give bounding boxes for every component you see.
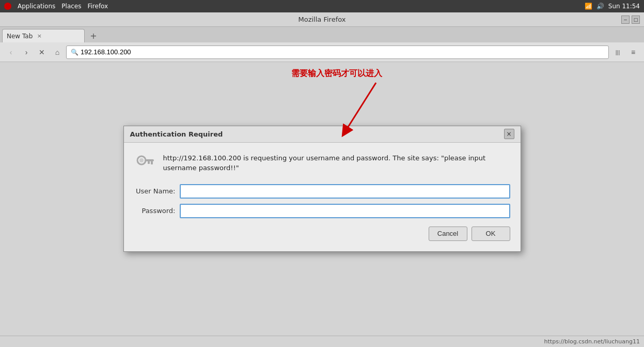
firefox-window: Mozilla Firefox − □ New Tab × + ‹ › ✕ ⌂ … — [0, 12, 644, 347]
system-bar-left: Applications Places Firefox — [4, 3, 108, 10]
redhat-logo — [4, 3, 11, 10]
minimize-button[interactable]: − — [621, 16, 630, 24]
audio-icon: 🔊 — [596, 3, 604, 10]
dialog-form: User Name: Password: — [134, 184, 510, 218]
dialog-message: http://192.168.100.200 is requesting you… — [163, 153, 486, 173]
status-url: https://blog.csdn.net/liuchuang11 — [544, 338, 640, 345]
back-button[interactable]: ‹ — [4, 46, 18, 59]
firefox-menu[interactable]: Firefox — [87, 3, 108, 10]
new-tab[interactable]: New Tab × — [2, 29, 85, 42]
svg-rect-5 — [151, 161, 153, 164]
auth-dialog: Authentication Required × — [123, 126, 521, 252]
svg-point-3 — [139, 158, 144, 162]
status-bar: https://blog.csdn.net/liuchuang11 — [0, 336, 644, 347]
new-tab-button[interactable]: + — [87, 29, 100, 42]
username-row: User Name: — [134, 184, 510, 199]
password-label: Password: — [134, 207, 176, 215]
address-bar: 🔍 — [66, 46, 609, 59]
tab-bar: New Tab × + — [0, 27, 644, 42]
dialog-close-button[interactable]: × — [504, 129, 514, 139]
username-input[interactable] — [180, 184, 510, 199]
key-icon — [134, 153, 155, 174]
system-bar: Applications Places Firefox 📶 🔊 Sun 11:5… — [0, 0, 644, 12]
password-row: Password: — [134, 204, 510, 218]
dialog-buttons: Cancel OK — [134, 227, 510, 241]
tab-close-button[interactable]: × — [36, 33, 43, 40]
stop-button[interactable]: ✕ — [35, 46, 49, 59]
maximize-button[interactable]: □ — [632, 16, 640, 24]
dialog-message-row: http://192.168.100.200 is requesting you… — [134, 153, 510, 174]
username-label: User Name: — [134, 187, 176, 195]
home-button[interactable]: ⌂ — [51, 46, 64, 59]
dialog-body: http://192.168.100.200 is requesting you… — [124, 143, 521, 251]
firefox-titlebar-controls: − □ — [621, 16, 640, 24]
firefox-titlebar-text: Mozilla Firefox — [299, 16, 346, 23]
system-time: Sun 11:54 — [608, 3, 640, 10]
nav-right-buttons: ||| ≡ — [611, 46, 640, 59]
network-icon: 📶 — [585, 3, 592, 10]
svg-rect-4 — [145, 159, 154, 161]
dialog-overlay: Authentication Required × — [0, 62, 644, 336]
forward-button[interactable]: › — [20, 46, 33, 59]
ok-button[interactable]: OK — [472, 227, 510, 241]
url-input[interactable] — [81, 48, 604, 56]
places-menu[interactable]: Places — [61, 3, 81, 10]
content-area: 需要输入密码才可以进入 Authentication Required × — [0, 62, 644, 336]
bookmarks-icon[interactable]: ||| — [611, 46, 624, 59]
nav-bar: ‹ › ✕ ⌂ 🔍 ||| ≡ — [0, 42, 644, 62]
firefox-titlebar: Mozilla Firefox − □ — [0, 12, 644, 27]
search-icon: 🔍 — [71, 49, 78, 56]
tab-label: New Tab — [7, 33, 33, 40]
dialog-titlebar: Authentication Required × — [124, 126, 521, 143]
password-input[interactable] — [180, 204, 510, 218]
cancel-button[interactable]: Cancel — [429, 227, 467, 241]
applications-menu[interactable]: Applications — [18, 3, 55, 10]
menu-button[interactable]: ≡ — [626, 46, 640, 59]
dialog-title: Authentication Required — [130, 130, 223, 138]
system-bar-right: 📶 🔊 Sun 11:54 — [585, 3, 640, 10]
svg-rect-6 — [148, 161, 150, 164]
